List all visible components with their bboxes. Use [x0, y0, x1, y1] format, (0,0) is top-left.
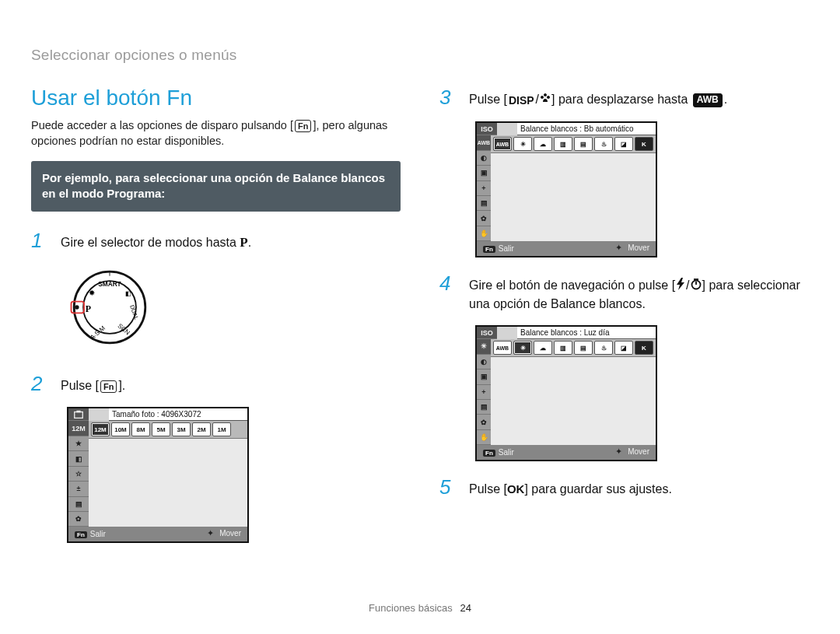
- lcd-option-awb: AWB: [493, 341, 512, 355]
- step3-text-c: .: [724, 93, 727, 106]
- mode-dial-graphic: SMART ◧ DUAL SCN A·S·M P ✸: [67, 264, 401, 353]
- step-text: Gire el botón de navegación o pulse [/] …: [469, 271, 809, 313]
- fn-button-icon: Fn: [100, 380, 117, 393]
- intro-paragraph: Puede acceder a las opciones de disparo …: [31, 118, 401, 149]
- svg-text:◧: ◧: [125, 291, 131, 298]
- ok-button-icon: OK: [507, 482, 525, 496]
- lcd-side-icon: ▣: [477, 370, 491, 384]
- step-2: 2 Pulse [Fn].: [31, 372, 401, 394]
- step-5: 5 Pulse [OK] para guardar sus ajustes.: [439, 475, 809, 498]
- step2-text-b: ].: [118, 379, 125, 392]
- lcd-side-icon: ◧: [68, 451, 89, 466]
- lcd-option-kelvin-icon: K: [635, 341, 653, 355]
- lcd-option: 3M: [172, 422, 191, 436]
- step2-text-a: Pulse [: [61, 379, 99, 392]
- breadcrumb: Seleccionar opciones o menús: [31, 47, 809, 64]
- lcd-side-icon: ISO: [477, 327, 497, 339]
- lcd-side-icon: ±: [68, 482, 89, 496]
- lcd-option: 1M: [212, 422, 231, 436]
- svg-point-11: [75, 306, 79, 310]
- left-column: Usar el botón Fn Puede acceder a las opc…: [31, 86, 401, 557]
- lcd-side-awb-icon: AWB: [477, 135, 491, 150]
- step-number: 1: [31, 229, 51, 250]
- svg-rect-14: [76, 411, 80, 413]
- lcd-footer: FnSalir Mover: [477, 445, 656, 459]
- lcd-option: 5M: [152, 422, 170, 436]
- lcd-preview-area: [491, 153, 656, 241]
- fn-chip-icon: Fn: [75, 531, 87, 538]
- lcd-side-icon: ◐: [477, 355, 491, 370]
- camera-lcd-wb-auto: ISO Balance blancos : Bb automático AWB …: [475, 121, 657, 257]
- step-text: Gire el selector de modos hasta P.: [61, 229, 251, 253]
- lcd-option-row: 12M 10M 8M 5M 3M 2M 1M: [89, 421, 247, 439]
- lcd-side-icon: 12M: [68, 421, 89, 436]
- step3-text-b: ] para desplazarse hasta: [551, 93, 691, 106]
- svg-text:SMART: SMART: [98, 281, 121, 288]
- lcd-side-icon: ✋: [477, 226, 491, 241]
- lcd-side-icon: ▣: [477, 166, 491, 180]
- lcd-preview-area: [89, 439, 247, 527]
- lcd-side-daylight-icon: ☀: [477, 339, 491, 354]
- lcd-option-fluor-h-icon: ▥: [554, 137, 572, 151]
- lcd-option-awb: AWB: [493, 137, 512, 151]
- lcd-side-icon: +: [477, 385, 491, 400]
- lcd-option-fluor-h-icon: ▥: [554, 341, 572, 355]
- camera-lcd-photo-size: Tamaño foto : 4096X3072 12M ★ ◧ ☆ ± ▤ ✿: [67, 407, 249, 542]
- lcd-side-icon: ☆: [68, 467, 89, 482]
- step-number: 4: [439, 271, 460, 293]
- svg-rect-13: [75, 412, 83, 418]
- step-text: Pulse [DISP/] para desplazarse hasta AWB…: [469, 86, 727, 109]
- lcd-footer-right: Mover: [219, 529, 241, 538]
- nav-diamond-icon: [207, 530, 216, 539]
- lcd-left-icons: ☀ ◐ ▣ + ▤ ✿ ✋: [477, 339, 491, 445]
- lcd-side-icon: +: [477, 181, 491, 196]
- lcd-footer: FnSalir Mover: [68, 527, 247, 541]
- svg-text:✸: ✸: [89, 289, 95, 298]
- lcd-side-icon: ▤: [477, 400, 491, 415]
- lcd-side-icon: ✋: [477, 430, 491, 445]
- intro-text-a: Puede acceder a las opciones de disparo …: [31, 119, 293, 131]
- footer-section-label: Funciones básicas: [369, 602, 453, 614]
- lcd-option-row: AWB ☀ ☁ ▥ ▤ ♨ ◪ K: [491, 339, 656, 357]
- lcd-side-icon: ▤: [477, 196, 491, 211]
- lcd-left-icons: AWB ◐ ▣ + ▤ ✿ ✋: [477, 135, 491, 241]
- lcd-footer-left: Salir: [499, 244, 514, 253]
- fn-button-icon: Fn: [295, 120, 311, 132]
- page-footer: Funciones básicas 24: [0, 602, 840, 614]
- awb-icon: AWB: [693, 93, 723, 107]
- step4-text-a: Gire el botón de navegación o pulse [: [469, 278, 675, 292]
- lcd-option-fluor-l-icon: ▤: [574, 137, 593, 151]
- step5-text-a: Pulse [: [469, 482, 507, 496]
- nav-diamond-icon: [615, 244, 625, 254]
- lcd-option: 2M: [192, 422, 211, 436]
- lcd-side-icon: [68, 408, 89, 421]
- nav-diamond-icon: [615, 448, 625, 457]
- svg-text:P: P: [86, 303, 91, 314]
- two-column-layout: Usar el botón Fn Puede acceder a las opc…: [31, 86, 809, 557]
- lcd-side-icon: ▤: [68, 497, 89, 512]
- lcd-option: 10M: [111, 422, 130, 436]
- lcd-option-row: AWB ☀ ☁ ▥ ▤ ♨ ◪ K: [491, 135, 656, 153]
- camera-lcd-wb-daylight: ISO Balance blancos : Luz día ☀ ◐ ▣ + ▤ …: [475, 325, 657, 461]
- lcd-side-icon: ✿: [477, 211, 491, 226]
- lcd-footer-right: Mover: [628, 447, 649, 456]
- step1-text-a: Gire el selector de modos hasta: [61, 236, 240, 249]
- lcd-side-icon: ★: [68, 436, 89, 451]
- lcd-footer-left: Salir: [90, 530, 106, 538]
- lcd-side-icon: ◐: [477, 151, 491, 166]
- step5-text-b: ] para guardar sus ajustes.: [524, 482, 671, 496]
- lcd-option: 12M: [91, 422, 110, 436]
- step-number: 2: [31, 372, 51, 394]
- flash-icon: [675, 277, 686, 295]
- lcd-side-icon: ✿: [477, 415, 491, 429]
- timer-icon: [690, 277, 702, 295]
- mode-dial-icon: SMART ◧ DUAL SCN A·S·M P ✸: [67, 264, 152, 350]
- lcd-left-icons: 12M ★ ◧ ☆ ± ▤ ✿: [68, 421, 89, 527]
- mode-p-icon: P: [240, 235, 247, 250]
- macro-flower-icon: [539, 91, 551, 109]
- lcd-title: Balance blancos : Luz día: [517, 327, 656, 339]
- page-number: 24: [460, 602, 471, 614]
- example-callout: Por ejemplo, para seleccionar una opción…: [31, 161, 401, 212]
- step-text: Pulse [Fn].: [61, 372, 125, 394]
- lcd-option-custom-icon: ◪: [614, 341, 633, 355]
